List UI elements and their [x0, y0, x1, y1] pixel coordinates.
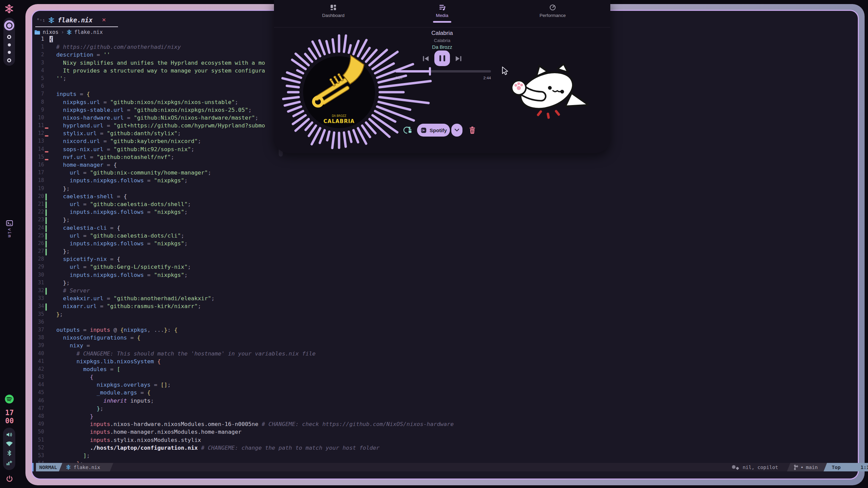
tab-label: Media [436, 13, 449, 18]
code-line[interactable]: 35 }; [34, 311, 841, 319]
code-line[interactable]: 25 url = "github:caelestia-dots/cli"; [34, 232, 841, 240]
code-line[interactable]: 29 url = "github:Gerg-L/spicetify-nix"; [34, 264, 841, 271]
clock[interactable]: 17 00 [0, 409, 19, 425]
move-player-icon[interactable] [403, 126, 412, 135]
tab-label: Performance [539, 13, 566, 18]
code-line[interactable]: 42 modules = [ [34, 366, 841, 374]
desktop: ⁶·₁ flake.nix ✕ nixos › flake.nix 1{1 # … [0, 0, 868, 488]
code-line[interactable]: 38 nixosConfigurations = { [34, 334, 841, 342]
workspace-dot-5[interactable] [7, 58, 11, 62]
code-line[interactable]: 43 { [34, 374, 841, 382]
performance-gauge-icon [549, 4, 556, 11]
breadcrumb-root[interactable]: nixos [43, 29, 59, 35]
player-dropdown-button[interactable] [451, 124, 462, 137]
spotify-tray-icon[interactable] [5, 394, 14, 404]
code-line[interactable]: 47 }; [34, 405, 841, 413]
code-line[interactable]: 28 spicetify-nix = { [34, 256, 841, 264]
code-line[interactable]: 37 outputs = inputs @ {nixpkgs, ...}: { [34, 327, 841, 334]
buffer-filename: flake.nix [58, 16, 93, 24]
active-app-indicator[interactable]: vim [0, 220, 19, 238]
code-line[interactable]: 22 inputs.nixpkgs.follows = "nixpkgs"; [34, 209, 841, 217]
code-line[interactable]: 36 [34, 319, 841, 327]
gears-icon [731, 465, 740, 470]
code-line[interactable]: 33 eleakxir.url = "github:anotherhadi/el… [34, 295, 841, 303]
code-line[interactable]: 19 }; [34, 185, 841, 193]
album-art-visualizer: DA BROZZ CALABRIA [244, 28, 434, 157]
code-line[interactable]: 46 inherit inputs; [34, 398, 841, 405]
code-line[interactable]: 30 inputs.nixpkgs.follows = "nixpkgs"; [34, 272, 841, 280]
tap-marks [538, 111, 559, 118]
code-line[interactable]: 49 inputs.nixos-hardware.nixosModules.om… [34, 421, 841, 429]
workspace-dot-2[interactable] [7, 35, 11, 39]
code-line[interactable]: 41 nixpkgs.lib.nixosSystem { [34, 358, 841, 366]
dashboard-grid-icon [330, 4, 337, 11]
code-line[interactable]: 18 inputs.nixpkgs.follows = "nixpkgs"; [34, 177, 841, 185]
tab-media[interactable]: Media [415, 4, 469, 23]
tab-dashboard[interactable]: Dashboard [306, 4, 360, 18]
chevron-down-icon [454, 128, 459, 132]
progress-handle[interactable] [429, 67, 431, 76]
progress-bar[interactable] [395, 70, 491, 73]
code-line[interactable]: 31 }; [34, 280, 841, 287]
pause-button[interactable] [434, 50, 450, 66]
code-line[interactable]: 44 nixpkgs.overlays = []; [34, 382, 841, 389]
previous-track-button[interactable] [422, 56, 429, 62]
total-time: 2:44 [476, 76, 491, 80]
mouse-cursor [502, 66, 509, 75]
next-track-button[interactable] [455, 56, 462, 62]
code-line[interactable]: 40 # CHANGEME: This should match the 'ho… [34, 350, 841, 358]
code-line[interactable]: 20 caelestia-shell = { [34, 193, 841, 201]
buffer-close-icon[interactable]: ✕ [102, 17, 106, 23]
power-icon[interactable] [6, 475, 13, 483]
album-art-artist: DA BROZZ [332, 115, 347, 118]
spotify-source-button[interactable]: Spotify [417, 124, 450, 137]
code-line[interactable]: 45 _module.args = { [34, 389, 841, 397]
buffer-tab-underline [35, 26, 118, 27]
breadcrumb-separator: › [61, 29, 64, 35]
workspace-dot-4[interactable] [8, 51, 11, 54]
clock-hour: 17 [0, 409, 19, 417]
terminal-icon [6, 220, 13, 226]
git-branch-icon [794, 465, 798, 470]
track-title: Calabria [431, 30, 453, 37]
mode-indicator: NORMAL [36, 463, 62, 471]
statusline-accent-bar [32, 463, 34, 471]
code-line[interactable]: 15 nvf.url = "github:notashelf/nvf"; [34, 154, 841, 162]
code-line[interactable]: 48 } [34, 413, 841, 421]
tab-active-underline [433, 21, 451, 23]
quick-settings[interactable] [3, 428, 15, 470]
code-line[interactable]: 17 url = "github:nix-community/home-mana… [34, 169, 841, 177]
code-line[interactable]: 50 inputs.home-manager.nixosModules.home… [34, 429, 841, 436]
code-line[interactable]: 24 caelestia-cli = { [34, 225, 841, 232]
track-artist: Da Brozz [432, 44, 452, 50]
tab-performance[interactable]: Performance [526, 4, 580, 18]
workspace-indicator[interactable] [3, 18, 15, 66]
bongo-cat [507, 62, 588, 121]
code-line[interactable]: 39 nixy = [34, 342, 841, 350]
code-line[interactable]: 16 home-manager = { [34, 162, 841, 169]
breadcrumb-file[interactable]: flake.nix [74, 29, 103, 35]
workspace-dot-3[interactable] [8, 43, 11, 46]
code-line[interactable]: 51 inputs.stylix.nixosModules.stylix [34, 437, 841, 445]
code-line[interactable]: 53 ]; [34, 452, 841, 460]
statusline: NORMAL flake.nix nil, copilot [32, 463, 858, 471]
code-line[interactable]: 34 nixarr.url = "github:rasmus-kirk/nixa… [34, 303, 841, 311]
album-art-title: CALABRIA [323, 118, 355, 124]
code-line[interactable]: 23 }; [34, 217, 841, 224]
nix-logo-icon[interactable] [4, 4, 14, 14]
wifi-icon[interactable] [6, 441, 13, 446]
code-line[interactable]: 32 # Server [34, 287, 841, 295]
code-line[interactable]: 26 inputs.nixpkgs.follows = "nixpkgs"; [34, 240, 841, 248]
workspace-dot-1[interactable] [4, 20, 14, 30]
breadcrumb: nixos › flake.nix [34, 28, 103, 36]
remove-player-button[interactable] [469, 126, 476, 134]
lsp-servers: nil, copilot [743, 465, 778, 470]
code-line[interactable]: 21 url = "github:caelestia-dots/shell"; [34, 201, 841, 209]
buffer-tab[interactable]: ⁶·₁ flake.nix ✕ [37, 14, 106, 26]
volume-icon[interactable] [6, 432, 13, 438]
network-icon[interactable] [6, 460, 12, 466]
cursor-position-segment: 1:1 [858, 463, 868, 471]
code-line[interactable]: 27 }; [34, 248, 841, 256]
bluetooth-icon[interactable] [7, 450, 12, 456]
code-line[interactable]: 52 ./hosts/laptop/configuration.nix # CH… [34, 445, 841, 452]
